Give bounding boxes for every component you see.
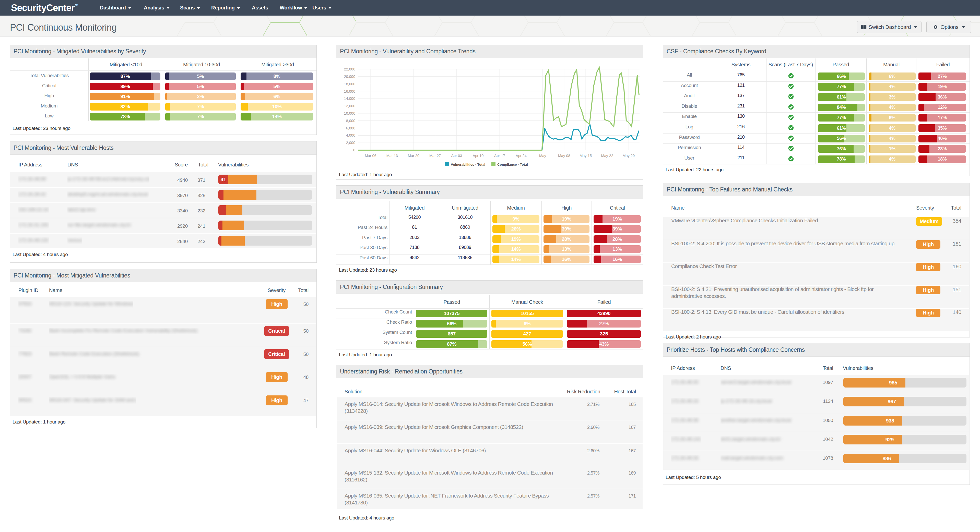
svg-text:6,000: 6,000 (346, 126, 355, 130)
svg-text:May 15: May 15 (579, 154, 592, 158)
svg-text:May 08: May 08 (558, 154, 570, 158)
svg-text:Mar 13: Mar 13 (387, 154, 398, 158)
svg-text:22,000: 22,000 (344, 67, 355, 71)
svg-text:14,000: 14,000 (344, 97, 355, 100)
svg-text:Mar 06: Mar 06 (365, 154, 376, 158)
svg-text:8,000: 8,000 (346, 119, 355, 123)
svg-text:Mar 20: Mar 20 (408, 154, 419, 158)
svg-text:May: May (539, 154, 546, 158)
svg-text:Apr 24: Apr 24 (515, 154, 527, 158)
svg-text:20,000: 20,000 (344, 75, 355, 79)
svg-text:Apr 17: Apr 17 (494, 154, 505, 158)
svg-text:18,000: 18,000 (344, 82, 355, 86)
svg-text:May 29: May 29 (623, 154, 635, 158)
svg-text:10,000: 10,000 (344, 111, 355, 115)
svg-text:16,000: 16,000 (344, 89, 355, 94)
svg-text:Apr 03: Apr 03 (451, 154, 462, 158)
svg-text:2,000: 2,000 (346, 141, 355, 145)
svg-text:Vulnerabilities - Total: Vulnerabilities - Total (451, 163, 485, 167)
svg-text:May 22: May 22 (601, 154, 613, 158)
svg-text:Apr 10: Apr 10 (473, 154, 484, 158)
svg-text:Compliance - Total: Compliance - Total (497, 163, 528, 167)
svg-text:4,000: 4,000 (346, 133, 355, 137)
svg-text:12,000: 12,000 (344, 104, 355, 108)
svg-text:Mar 27: Mar 27 (430, 154, 441, 158)
svg-text:0: 0 (353, 148, 355, 152)
